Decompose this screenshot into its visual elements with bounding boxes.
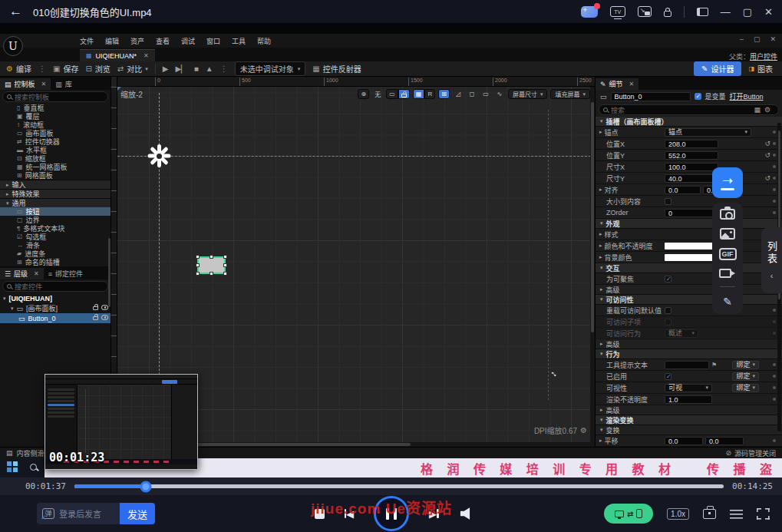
menu-item[interactable]: 窗口 [206, 36, 220, 46]
enabled-bind-dropdown[interactable]: 绑定▾ [732, 372, 759, 381]
settings-sliders-icon[interactable] [730, 509, 743, 519]
playback-speed-button[interactable]: 1.0x [667, 508, 689, 520]
annotate-pen-icon[interactable]: ✎ [723, 296, 732, 308]
tab-details[interactable]: ✎细节✕ [596, 78, 638, 90]
zorder-field[interactable]: 0 [665, 209, 718, 217]
diff-button[interactable]: ⇄对比▾ [117, 63, 148, 74]
anchors-dropdown[interactable]: 锚点▾ [665, 128, 751, 137]
selection-handle[interactable] [196, 263, 200, 267]
flag-none-label[interactable]: 无 [372, 89, 383, 99]
menu-item[interactable]: 查看 [156, 36, 170, 46]
visibility-bind-dropdown[interactable]: 绑定▾ [732, 384, 759, 392]
danmaku-icon[interactable]: 弹 [42, 508, 54, 519]
translation-x-field[interactable]: 0.0 [665, 437, 703, 445]
menu-item[interactable]: 文件 [80, 36, 94, 46]
palette-item[interactable]: ▬ 水平框 [0, 146, 111, 154]
accessible-behavior-dropdown[interactable]: 概述▾ [665, 329, 698, 338]
selected-button-widget[interactable] [197, 256, 226, 274]
section-advanced-2[interactable]: ▸高级 [596, 339, 782, 349]
share-button[interactable]: ➝ [712, 167, 743, 198]
widget-reflector-button[interactable]: ▦控件反射器 [312, 63, 361, 74]
close-button[interactable]: ✕ [764, 7, 773, 17]
maximize-button[interactable]: ▢ [743, 7, 752, 17]
property-matrix-icon[interactable]: ▦ [754, 106, 761, 114]
fullscreen-icon[interactable] [757, 508, 770, 520]
cast-tv-icon[interactable]: TV [610, 6, 625, 17]
details-search-input[interactable]: 搜索 ▦⚙ [599, 104, 779, 115]
save-button[interactable]: ▣保存 [53, 63, 78, 74]
section-transform[interactable]: ▾变换 [596, 425, 782, 435]
section-slot[interactable]: ▾插槽（画布面板槽） [596, 117, 782, 127]
video-record-icon[interactable] [719, 269, 731, 278]
reset-icon[interactable]: ↺ [764, 151, 770, 159]
lock-icon[interactable] [93, 306, 98, 310]
widget-name-input[interactable]: Button_0 [611, 92, 691, 101]
image-capture-icon[interactable] [720, 228, 735, 240]
rotation-grid-button[interactable]: R [424, 89, 435, 99]
menu-item[interactable]: 帮助 [257, 36, 271, 46]
minimize-button[interactable]: — [721, 7, 731, 17]
palette-section-fx[interactable]: ▸特殊效果 [0, 189, 111, 198]
gif-record-icon[interactable]: GIF [719, 248, 737, 260]
source-control-status[interactable]: ⊘源码管理关闭 [725, 448, 776, 458]
outline-toggle-icon[interactable]: ◿ [453, 89, 464, 99]
menu-item[interactable]: 工具 [232, 36, 246, 46]
play-button[interactable]: ▶ [163, 64, 169, 73]
palette-section-input[interactable]: ▸输入 [0, 180, 111, 189]
section-behavior[interactable]: ▾行为 [596, 349, 782, 359]
palette-item[interactable]: ⇄ 控件切换器 [0, 137, 111, 146]
lock-icon[interactable] [664, 11, 671, 17]
palette-search-input[interactable]: 搜索控制板 [2, 91, 108, 102]
selection-handle[interactable] [196, 272, 200, 276]
palette-item[interactable]: ▦ 统一网格面板 [0, 163, 111, 171]
layout-grid-icon[interactable]: ⊞ [438, 89, 450, 99]
section-interaction[interactable]: ▾交互 [596, 263, 782, 273]
accessible-children-checkbox[interactable] [665, 319, 671, 325]
compile-options-icon[interactable]: ⋮ [38, 64, 46, 73]
content-drawer-icon[interactable]: ▤ [6, 449, 13, 457]
selection-handle[interactable] [223, 263, 227, 267]
reset-icon[interactable]: ↺ [764, 174, 770, 182]
size-y-field[interactable]: 40.0 [665, 174, 718, 183]
game-center-icon[interactable] [581, 6, 598, 18]
safe-zone-icon[interactable]: ◻ [467, 89, 477, 99]
open-button-link[interactable]: 打开Button [730, 91, 764, 101]
position-y-field[interactable]: 552.0 [665, 151, 718, 160]
anchor-medallion[interactable] [146, 143, 172, 169]
mini-window-icon[interactable] [638, 6, 652, 17]
fill-screen-dropdown[interactable]: 填充屏幕▾ [550, 89, 590, 99]
background-color-swatch[interactable] [665, 254, 718, 261]
visibility-eye-icon[interactable] [101, 315, 108, 320]
section-appearance[interactable]: ▾外观 [596, 219, 782, 229]
is-variable-checkbox[interactable] [695, 93, 701, 100]
seek-handle[interactable] [140, 481, 152, 492]
tab-palette[interactable]: ▤控制板✕ [0, 78, 51, 90]
tab-close-icon[interactable]: ✕ [41, 81, 47, 88]
selection-handle[interactable] [210, 255, 213, 259]
preview-bg-icon[interactable]: ▭ [480, 89, 491, 99]
device-cast-button[interactable]: ⇄ [604, 504, 653, 524]
screen-size-dropdown[interactable]: 屏幕尺寸▾ [508, 89, 548, 99]
stop-button[interactable]: ■ [194, 64, 199, 73]
debug-object-dropdown[interactable]: 未选中调试对象▾ [235, 61, 306, 76]
palette-item[interactable]: ↕ 滚动框 [0, 121, 111, 129]
send-danmaku-button[interactable]: 发送 [120, 503, 155, 524]
override-accessible-checkbox[interactable] [665, 307, 671, 314]
size-to-content-checkbox[interactable] [665, 198, 671, 205]
designer-tab-button[interactable]: ✎设计器 [694, 61, 741, 76]
back-button[interactable]: ← [9, 4, 22, 19]
dock-mode-icon[interactable] [697, 8, 708, 16]
palette-item[interactable]: ↔ 滑条 [0, 241, 111, 249]
settings-gear-icon[interactable]: ⚙ [764, 106, 770, 114]
dpi-settings-gear-icon[interactable]: ⚙ [580, 426, 587, 435]
selection-handle[interactable] [210, 272, 213, 276]
effects-icon[interactable]: ∿ [494, 89, 505, 99]
section-accessibility[interactable]: ▾可访问性 [596, 295, 782, 305]
tab-hierarchy[interactable]: ☰层级✕ [0, 268, 44, 279]
palette-section-common[interactable]: ▾通用 [0, 198, 111, 207]
lock-icon[interactable] [93, 316, 98, 320]
size-x-field[interactable]: 100.0 [665, 163, 718, 171]
palette-item[interactable]: ▣ 覆层 [0, 112, 111, 121]
tab-close-icon[interactable]: ✕ [629, 81, 635, 88]
render-opacity-field[interactable]: 1.0 [665, 395, 712, 404]
